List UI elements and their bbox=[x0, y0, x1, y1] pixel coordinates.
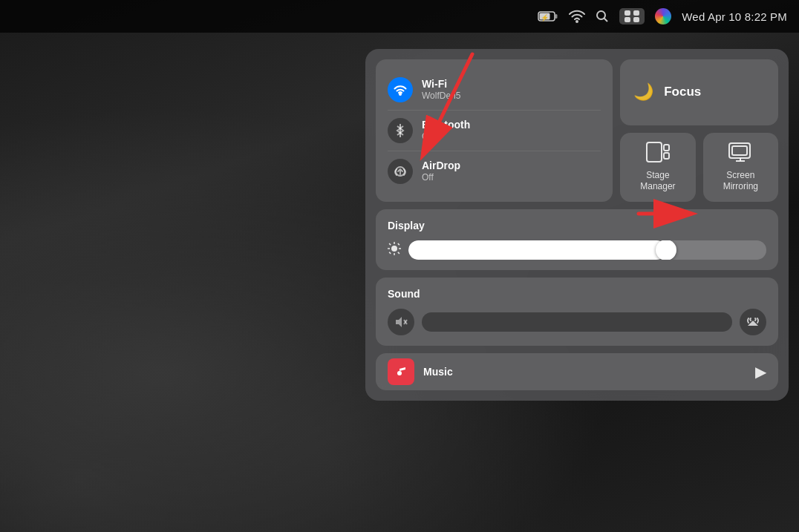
music-label: Music bbox=[423, 366, 453, 378]
menubar-datetime: Wed Apr 10 8:22 PM bbox=[682, 10, 787, 23]
svg-point-20 bbox=[391, 246, 397, 252]
airdrop-sublabel: Off bbox=[422, 172, 460, 184]
control-center-panel: Wi‑Fi WolfDen5 Bluetooth Off bbox=[365, 49, 789, 401]
cc-right-column: 🌙 Focus StageManager bbox=[620, 59, 778, 202]
sound-row bbox=[388, 309, 766, 335]
music-play-button[interactable]: ▶ bbox=[755, 363, 766, 381]
volume-slider[interactable] bbox=[422, 312, 732, 332]
svg-text:⚡: ⚡ bbox=[541, 13, 549, 22]
svg-line-28 bbox=[389, 252, 391, 254]
svg-marker-32 bbox=[748, 321, 758, 326]
sound-title: Sound bbox=[388, 288, 766, 300]
svg-rect-6 bbox=[624, 10, 630, 16]
bluetooth-sublabel: Off bbox=[422, 131, 470, 143]
screen-mirroring-icon bbox=[728, 142, 752, 165]
brightness-slider[interactable] bbox=[408, 240, 766, 260]
wifi-menubar-icon[interactable] bbox=[569, 10, 585, 23]
display-title: Display bbox=[388, 220, 766, 231]
wifi-label: Wi‑Fi bbox=[422, 78, 460, 91]
svg-marker-29 bbox=[396, 317, 402, 327]
svg-rect-15 bbox=[664, 153, 669, 159]
menubar: ⚡ bbox=[0, 0, 799, 33]
svg-line-26 bbox=[398, 252, 400, 254]
airdrop-network-item[interactable]: AirDrop Off bbox=[388, 151, 601, 191]
airplay-button[interactable] bbox=[740, 309, 766, 335]
brightness-slider-wrap bbox=[388, 240, 766, 260]
bluetooth-network-item[interactable]: Bluetooth Off bbox=[388, 110, 601, 151]
menubar-right: ⚡ bbox=[538, 8, 787, 24]
svg-line-27 bbox=[398, 243, 400, 245]
airdrop-text: AirDrop Off bbox=[422, 160, 460, 183]
focus-tile[interactable]: 🌙 Focus bbox=[620, 59, 778, 125]
screen-mirroring-label: ScreenMirroring bbox=[723, 170, 758, 193]
siri-menubar-icon[interactable] bbox=[655, 8, 671, 24]
stage-manager-label: StageManager bbox=[640, 170, 675, 193]
network-tile: Wi‑Fi WolfDen5 Bluetooth Off bbox=[376, 59, 613, 202]
brightness-icon bbox=[388, 242, 401, 258]
search-menubar-icon[interactable] bbox=[596, 10, 609, 23]
svg-rect-14 bbox=[664, 145, 669, 151]
bluetooth-icon-circle bbox=[388, 118, 413, 143]
focus-label: Focus bbox=[664, 85, 701, 99]
svg-rect-13 bbox=[647, 142, 662, 162]
svg-rect-7 bbox=[633, 10, 639, 16]
stage-mirror-row: StageManager ScreenMirroring bbox=[620, 133, 778, 202]
svg-point-4 bbox=[597, 11, 605, 19]
music-controls: ▶ bbox=[755, 363, 766, 381]
airdrop-label: AirDrop bbox=[422, 160, 460, 172]
screen-mirroring-tile[interactable]: ScreenMirroring bbox=[703, 133, 778, 202]
wifi-icon-circle bbox=[388, 77, 413, 102]
svg-rect-17 bbox=[732, 146, 747, 155]
music-section: Music ▶ bbox=[376, 353, 778, 390]
cc-top-row: Wi‑Fi WolfDen5 Bluetooth Off bbox=[376, 59, 778, 202]
wifi-network-item[interactable]: Wi‑Fi WolfDen5 bbox=[388, 70, 601, 110]
svg-rect-9 bbox=[633, 17, 639, 22]
stage-manager-tile[interactable]: StageManager bbox=[620, 133, 695, 202]
bluetooth-text: Bluetooth Off bbox=[422, 119, 470, 142]
svg-rect-8 bbox=[624, 17, 630, 22]
wifi-text: Wi‑Fi WolfDen5 bbox=[422, 78, 460, 102]
music-app-icon bbox=[388, 358, 414, 385]
svg-line-5 bbox=[604, 19, 608, 22]
display-section: Display bbox=[376, 209, 778, 270]
brightness-fill bbox=[408, 240, 666, 260]
focus-moon-icon: 🌙 bbox=[633, 82, 653, 102]
svg-line-25 bbox=[389, 243, 391, 245]
svg-rect-1 bbox=[555, 14, 558, 19]
wifi-sublabel: WolfDen5 bbox=[422, 91, 460, 102]
mute-button[interactable] bbox=[388, 309, 414, 335]
control-center-menubar-icon[interactable] bbox=[619, 8, 645, 24]
bluetooth-label: Bluetooth bbox=[422, 119, 470, 131]
battery-icon: ⚡ bbox=[538, 10, 558, 22]
sound-section: Sound bbox=[376, 278, 778, 346]
airdrop-icon-circle bbox=[388, 159, 413, 184]
stage-manager-icon bbox=[646, 142, 670, 165]
brightness-thumb[interactable] bbox=[656, 240, 676, 260]
